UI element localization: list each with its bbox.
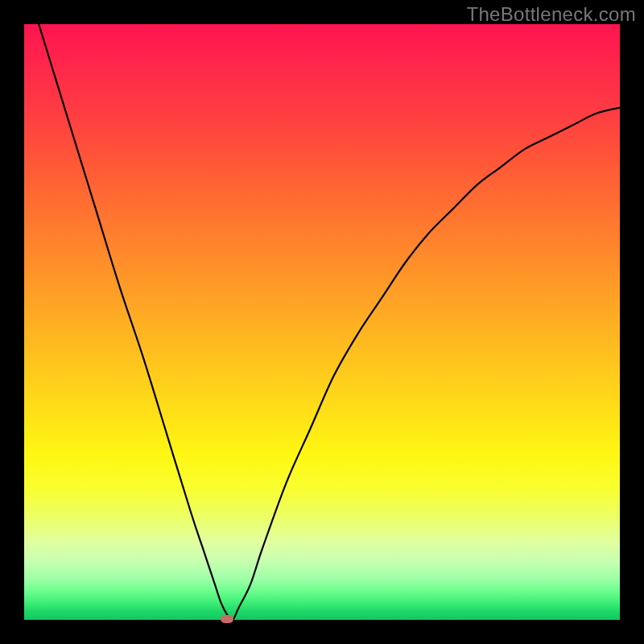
curve-path	[24, 0, 620, 620]
plot-area	[24, 24, 620, 620]
minimum-marker	[221, 615, 233, 623]
watermark-text: TheBottleneck.com	[466, 3, 636, 26]
chart-frame: TheBottleneck.com	[0, 0, 644, 644]
bottleneck-curve	[24, 24, 620, 620]
